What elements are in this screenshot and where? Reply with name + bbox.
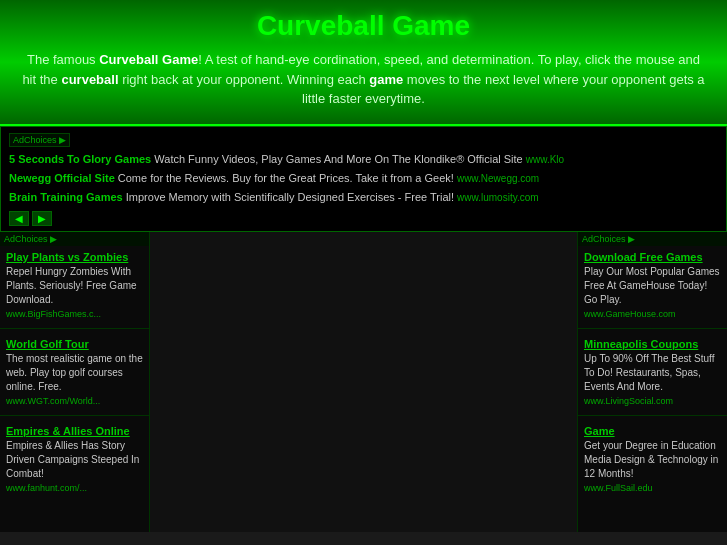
right-sidebar: AdChoices ▶ Download Free Games Play Our… [577,232,727,532]
right-ad-domain-2: www.LivingSocial.com [584,396,721,406]
left-ad-title-2[interactable]: World Golf Tour [6,338,143,350]
ad-title-1[interactable]: 5 Seconds To Glory Games [9,153,151,165]
right-adchoices[interactable]: AdChoices ▶ [578,232,727,246]
page-description: The famous Curveball Game! A test of han… [20,50,707,109]
ad-text-3: Improve Memory with Scientifically Desig… [126,191,454,203]
ad-banner-item-1[interactable]: 5 Seconds To Glory Games Watch Funny Vid… [9,150,718,169]
ad-text-2: Come for the Reviews. Buy for the Great … [118,172,454,184]
ad-text-1: Watch Funny Videos, Play Games And More … [154,153,522,165]
left-adchoices-label: AdChoices ▶ [4,234,57,244]
left-adchoices[interactable]: AdChoices ▶ [0,232,149,246]
adchoices-banner[interactable]: AdChoices ▶ [9,133,70,147]
right-ad-2: Minneapolis Coupons Up To 90% Off The Be… [578,333,727,411]
ad-prev-button[interactable]: ◀ [9,211,29,226]
ad-banner-item-3[interactable]: Brain Training Games Improve Memory with… [9,188,718,207]
ad-banner-item-2[interactable]: Newegg Official Site Come for the Review… [9,169,718,188]
bold-curveball2: curveball [61,72,118,87]
left-ad-domain-1: www.BigFishGames.c... [6,309,143,319]
page-title: Curveball Game [20,10,707,42]
left-ad-text-1: Repel Hungry Zombies With Plants. Seriou… [6,266,137,305]
page-header: Curveball Game The famous Curveball Game… [0,0,727,126]
left-ad-text-3: Empires & Allies Has Story Driven Campai… [6,440,139,479]
left-sidebar: AdChoices ▶ Play Plants vs Zombies Repel… [0,232,150,532]
left-ad-domain-2: www.WGT.com/World... [6,396,143,406]
left-ad-3: Empires & Allies Online Empires & Allies… [0,420,149,498]
bold-game: game [369,72,403,87]
center-content [150,232,577,532]
left-ad-1: Play Plants vs Zombies Repel Hungry Zomb… [0,246,149,324]
ad-banner-nav: ◀ ▶ [9,211,718,226]
ad-domain-1: www.Klo [526,154,564,165]
right-ad-title-1[interactable]: Download Free Games [584,251,721,263]
main-content: AdChoices ▶ Play Plants vs Zombies Repel… [0,232,727,532]
bold-curveball1: Curveball Game [99,52,198,67]
right-ad-text-2: Up To 90% Off The Best Stuff To Do! Rest… [584,353,714,392]
left-ad-title-3[interactable]: Empires & Allies Online [6,425,143,437]
right-ad-domain-1: www.GameHouse.com [584,309,721,319]
ad-domain-2: www.Newegg.com [457,173,539,184]
right-ad-text-3: Get your Degree in Education Media Desig… [584,440,718,479]
left-divider-2 [0,415,149,416]
right-adchoices-label: AdChoices ▶ [582,234,635,244]
right-ad-title-3[interactable]: Game [584,425,721,437]
right-ad-title-2[interactable]: Minneapolis Coupons [584,338,721,350]
right-ad-1: Download Free Games Play Our Most Popula… [578,246,727,324]
ad-banner: AdChoices ▶ 5 Seconds To Glory Games Wat… [0,126,727,232]
right-ad-text-1: Play Our Most Popular Games Free At Game… [584,266,720,305]
left-ad-2: World Golf Tour The most realistic game … [0,333,149,411]
ad-nav-arrows: ◀ ▶ [9,211,52,226]
ad-domain-3: www.lumosity.com [457,192,539,203]
ad-title-2[interactable]: Newegg Official Site [9,172,115,184]
right-divider-2 [578,415,727,416]
left-divider-1 [0,328,149,329]
ad-next-button[interactable]: ▶ [32,211,52,226]
left-ad-text-2: The most realistic game on the web. Play… [6,353,143,392]
right-divider-1 [578,328,727,329]
ad-title-3[interactable]: Brain Training Games [9,191,123,203]
left-ad-title-1[interactable]: Play Plants vs Zombies [6,251,143,263]
right-ad-3: Game Get your Degree in Education Media … [578,420,727,498]
left-ad-domain-3: www.fanhunt.com/... [6,483,143,493]
right-ad-domain-3: www.FullSail.edu [584,483,721,493]
